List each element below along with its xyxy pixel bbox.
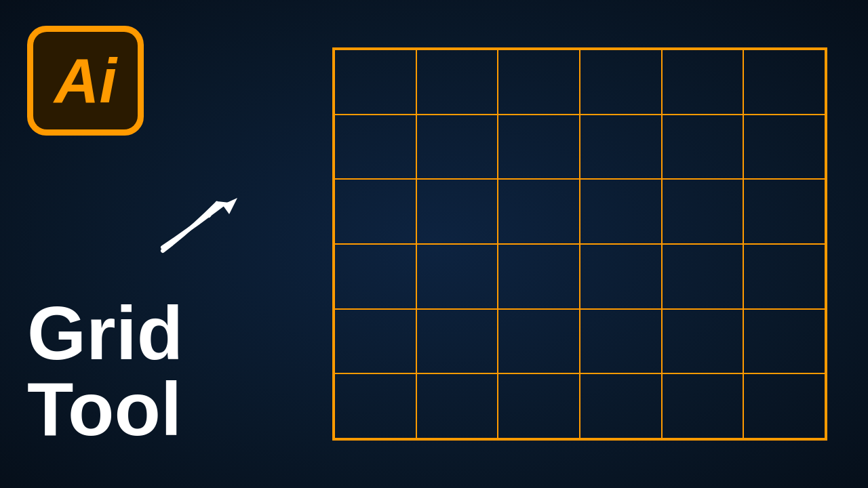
ai-logo-inner: Ai	[33, 32, 138, 129]
grid-cell	[662, 115, 744, 180]
grid-cell	[334, 309, 416, 374]
grid-cell	[662, 244, 744, 309]
grid-cell	[743, 115, 825, 180]
grid-cell	[662, 49, 744, 115]
grid-display	[332, 47, 827, 441]
grid-cell	[498, 49, 580, 115]
grid-cell	[743, 49, 825, 115]
grid-cell	[334, 244, 416, 309]
grid-cell	[416, 309, 498, 374]
grid-cell	[416, 244, 498, 309]
grid-cell	[580, 179, 662, 244]
grid-cell	[580, 115, 662, 180]
grid-cell	[743, 244, 825, 309]
svg-marker-0	[222, 198, 237, 214]
grid-cell	[662, 373, 744, 439]
ai-logo: Ai	[27, 26, 144, 136]
grid-cell	[662, 179, 744, 244]
grid-cell	[743, 373, 825, 439]
grid-cell	[662, 309, 744, 374]
grid-cell	[743, 309, 825, 374]
grid-cell	[334, 179, 416, 244]
grid-cell	[580, 244, 662, 309]
grid-cell	[498, 373, 580, 439]
grid-cell	[743, 179, 825, 244]
grid-cell	[498, 115, 580, 180]
grid-cell	[580, 373, 662, 439]
grid-cell	[416, 373, 498, 439]
arrow-icon	[149, 176, 271, 258]
grid-cell	[334, 373, 416, 439]
grid-cell	[498, 179, 580, 244]
grid-cell	[416, 49, 498, 115]
grid-cell	[498, 244, 580, 309]
grid-cell	[416, 115, 498, 180]
grid-cell	[580, 309, 662, 374]
grid-cell	[416, 179, 498, 244]
title-line1: Grid	[27, 296, 183, 371]
title-text: Grid Tool	[27, 296, 183, 447]
grid-cell	[498, 309, 580, 374]
grid-cell	[334, 49, 416, 115]
right-section	[332, 47, 827, 441]
grid-cell	[334, 115, 416, 180]
ai-logo-text: Ai	[54, 49, 117, 112]
arrow-container	[149, 176, 271, 258]
title-line2: Tool	[27, 371, 183, 447]
grid-cell	[580, 49, 662, 115]
